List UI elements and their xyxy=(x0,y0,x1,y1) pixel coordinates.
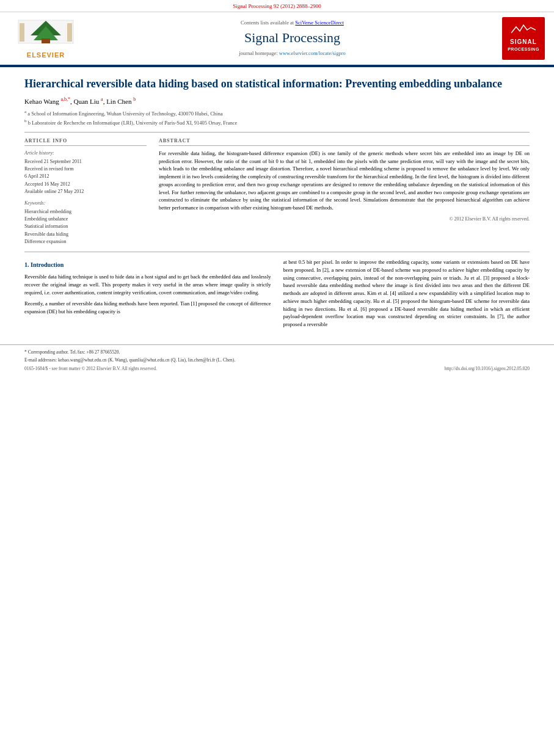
signal-processing-badge-area: SIGNAL PROCESSING xyxy=(499,17,548,60)
badge-signal-text: SIGNAL xyxy=(510,38,537,46)
signal-processing-badge: SIGNAL PROCESSING xyxy=(502,17,545,60)
body-col-right: at best 0.5 bit per pixel. In order to i… xyxy=(283,258,530,332)
issn-text: 0165-1684/$ - see front matter © 2012 El… xyxy=(24,366,157,373)
abstract-column: Abstract For reversible data hiding, the… xyxy=(159,137,530,245)
footer-bottom: 0165-1684/$ - see front matter © 2012 El… xyxy=(24,366,530,373)
journal-homepage: journal homepage: www.elsevier.com/locat… xyxy=(239,50,346,57)
journal-title: Signal Processing xyxy=(244,29,340,48)
body-section-divider xyxy=(24,252,530,252)
section1-para1: Reversible data hiding technique is used… xyxy=(24,273,271,296)
author-quan: Quan Liu xyxy=(73,98,101,105)
homepage-link[interactable]: www.elsevier.com/locate/sigpro xyxy=(279,50,346,56)
sciverse-link[interactable]: SciVerse ScienceDirect xyxy=(295,20,344,26)
svg-rect-5 xyxy=(67,23,72,42)
received-date: Received 21 September 2011 xyxy=(24,158,147,165)
keyword-4: Reversible data hiding xyxy=(24,231,147,238)
affiliation-b-text: b Laboratoire de Recherche en Informatiq… xyxy=(28,120,238,126)
keyword-5: Difference expansion xyxy=(24,238,147,245)
copyright-line: © 2012 Elsevier B.V. All rights reserved… xyxy=(159,216,530,222)
sciverse-link-text: SciVerse ScienceDirect xyxy=(295,20,344,26)
elsevier-name: ELSEVIER xyxy=(27,51,65,60)
author-lin: Lin Chen xyxy=(106,98,133,105)
svg-rect-3 xyxy=(42,38,50,43)
section1-para2: Recently, a number of reversible data hi… xyxy=(24,300,271,316)
affiliations: a a School of Information Engineering, W… xyxy=(24,109,530,126)
affiliation-b: b b Laboratoire de Recherche en Informat… xyxy=(24,118,530,127)
abstract-heading: Abstract xyxy=(159,137,530,146)
homepage-link-text: www.elsevier.com/locate/sigpro xyxy=(279,50,346,56)
footer: * Corresponding author. Tel./fax: +86 27… xyxy=(0,344,554,376)
corresponding-note: * Corresponding author. Tel./fax: +86 27… xyxy=(24,349,530,355)
article-content: Hierarchical reversible data hiding base… xyxy=(0,67,554,338)
article-info-heading: Article Info xyxy=(24,137,147,146)
body-content: 1. Introduction Reversible data hiding t… xyxy=(24,258,530,332)
badge-processing-text: PROCESSING xyxy=(508,46,539,53)
abstract-text: For reversible data hiding, the histogra… xyxy=(159,150,530,212)
article-title: Hierarchical reversible data hiding base… xyxy=(24,77,530,91)
journal-header: ELSEVIER Contents lists available at Sci… xyxy=(0,12,554,66)
affiliation-a-text: a School of Information Engineering, Wuh… xyxy=(27,111,222,117)
elsevier-logo-area: ELSEVIER xyxy=(6,17,86,60)
author-kehao: Kehao Wang xyxy=(24,98,60,105)
sciverse-text: Contents lists available at xyxy=(241,20,295,26)
email-addresses: kehao.wang@whut.edu.cn (K. Wang), quanli… xyxy=(58,357,235,363)
elsevier-logo-svg xyxy=(12,17,79,51)
doi-text: http://dx.doi.org/10.1016/j.sigpro.2012.… xyxy=(445,366,530,373)
email-label: E-mail addresses: xyxy=(24,357,57,363)
elsevier-branding: ELSEVIER xyxy=(12,17,79,60)
article-info-column: Article Info Article history: Received 2… xyxy=(24,137,147,245)
signal-badge-icon xyxy=(511,24,536,38)
available-date: Available online 27 May 2012 xyxy=(24,188,147,195)
received-revised-label: Received in revised form xyxy=(24,165,147,172)
section1-number: 1. xyxy=(24,261,29,268)
authors-line: Kehao Wang a,b,*, Quan Liu a, Lin Chen b xyxy=(24,96,530,106)
keywords-section: Keywords: Hierarchical embedding Embeddi… xyxy=(24,200,147,245)
keyword-3: Statistical information xyxy=(24,223,147,230)
sciverse-line: Contents lists available at SciVerse Sci… xyxy=(241,20,344,27)
journal-reference: Signal Processing 92 (2012) 2888–2900 xyxy=(0,0,554,12)
keywords-label: Keywords: xyxy=(24,200,147,206)
revised-date: 6 April 2012 xyxy=(24,173,147,180)
section1-title: 1. Introduction xyxy=(24,261,271,269)
info-abstract-divider xyxy=(24,132,530,133)
journal-reference-text: Signal Processing 92 (2012) 2888–2900 xyxy=(233,3,321,9)
homepage-label: journal homepage: xyxy=(239,50,279,56)
section1-title-text: Introduction xyxy=(31,261,64,268)
keyword-2: Embedding unbalance xyxy=(24,216,147,222)
svg-rect-4 xyxy=(20,23,24,42)
email-line: E-mail addresses: kehao.wang@whut.edu.cn… xyxy=(24,357,530,363)
history-label: Article history: xyxy=(24,150,147,156)
affiliation-a: a a School of Information Engineering, W… xyxy=(24,109,530,118)
keyword-1: Hierarchical embedding xyxy=(24,208,147,215)
section1-col2-para1: at best 0.5 bit per pixel. In order to i… xyxy=(283,258,530,329)
accepted-date: Accepted 16 May 2012 xyxy=(24,181,147,187)
body-col-left: 1. Introduction Reversible data hiding t… xyxy=(24,258,271,332)
info-abstract-row: Article Info Article history: Received 2… xyxy=(24,137,530,245)
journal-center-header: Contents lists available at SciVerse Sci… xyxy=(92,17,493,60)
